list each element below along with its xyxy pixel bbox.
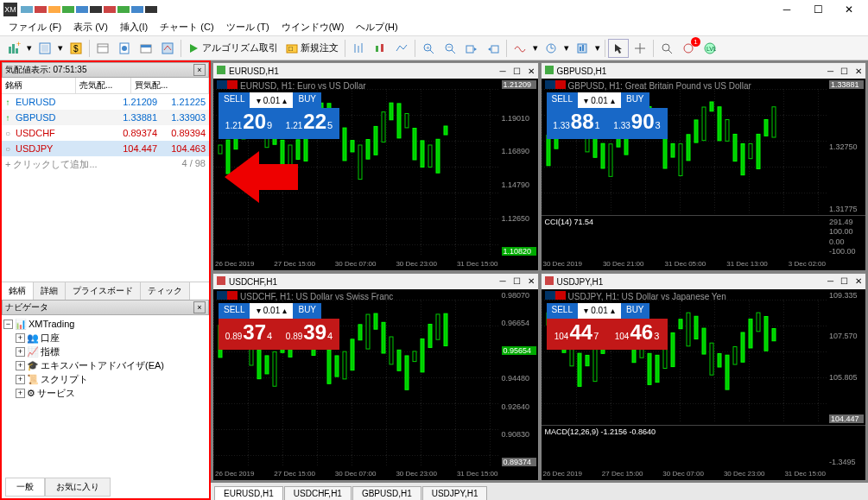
- tb-new-order-button[interactable]: □新規注文: [282, 40, 342, 56]
- mw-tab-price[interactable]: プライスボード: [66, 282, 141, 300]
- market-watch-row[interactable]: ○USDJPY104.447104.463: [2, 141, 209, 156]
- nav-tab-general[interactable]: 一般: [5, 478, 45, 497]
- lot-input[interactable]: ▾0.01▴: [250, 92, 293, 108]
- menu-chart[interactable]: チャート (C): [155, 19, 219, 35]
- chart-tab[interactable]: EURUSD,H1: [214, 486, 283, 500]
- sell-button[interactable]: 1.21209: [219, 108, 279, 139]
- mw-tab-detail[interactable]: 詳細: [34, 282, 66, 300]
- nav-tab-fav[interactable]: お気に入り: [45, 478, 111, 497]
- buy-button[interactable]: 0.89394: [279, 319, 339, 350]
- tb-dropdown-icon[interactable]: ▾: [25, 39, 34, 58]
- tb-zoom-out-icon[interactable]: −: [440, 39, 460, 58]
- expand-icon[interactable]: −: [3, 320, 13, 329]
- tb-zoom-in-icon[interactable]: +: [418, 39, 439, 58]
- window-maximize-button[interactable]: ☐: [802, 0, 833, 19]
- menu-view[interactable]: 表示 (V): [68, 19, 113, 35]
- chart-titlebar[interactable]: GBPUSD,H1 ─☐✕: [542, 63, 866, 79]
- market-watch-row[interactable]: ↑GBPUSD1.338811.33903: [2, 110, 209, 125]
- chart-tab[interactable]: USDCHF,H1: [284, 486, 352, 500]
- tb-dropdown3-icon[interactable]: ▾: [531, 39, 540, 58]
- nav-root[interactable]: −📊XMTrading: [3, 317, 207, 331]
- chart-titlebar[interactable]: USDCHF,H1 ─☐✕: [213, 274, 538, 289]
- nav-item[interactable]: +📈指標: [16, 345, 207, 358]
- tb-algo-trading-button[interactable]: アルゴリズム取引: [184, 40, 282, 56]
- tb-line-chart-icon[interactable]: [391, 39, 412, 58]
- tb-profiles-icon[interactable]: [35, 39, 55, 58]
- tb-search-icon[interactable]: [656, 39, 677, 58]
- buy-button[interactable]: 1.21225: [279, 108, 339, 139]
- col-bid[interactable]: 売気配...: [76, 78, 131, 93]
- chart-titlebar[interactable]: EURUSD,H1 ─☐✕: [213, 63, 538, 79]
- tb-cursor-icon[interactable]: [608, 39, 629, 58]
- nav-item[interactable]: +📜スクリプト: [16, 372, 207, 386]
- menu-insert[interactable]: 挿入(I): [115, 19, 153, 35]
- market-watch-row[interactable]: ○USDCHF0.893740.89394: [2, 125, 209, 141]
- tb-chart-shift-icon[interactable]: [483, 39, 504, 58]
- window-minimize-button[interactable]: ─: [771, 0, 802, 19]
- navigator-close-icon[interactable]: ×: [193, 301, 206, 313]
- chart-body[interactable]: USDCHF, H1: US Dollar vs Swiss Franc SEL…: [213, 289, 538, 481]
- lot-input[interactable]: ▾0.01▴: [250, 303, 293, 319]
- chart-max-icon[interactable]: ☐: [840, 276, 848, 286]
- lot-input[interactable]: ▾0.01▴: [578, 303, 621, 319]
- chart-close-icon[interactable]: ✕: [528, 276, 535, 286]
- expand-icon[interactable]: +: [16, 361, 25, 370]
- menu-help[interactable]: ヘルプ(H): [351, 19, 402, 35]
- sell-button[interactable]: 104447: [547, 319, 607, 350]
- menu-file[interactable]: ファイル (F): [3, 19, 67, 35]
- tb-bar-chart-icon[interactable]: [348, 39, 369, 58]
- mw-tab-tick[interactable]: ティック: [141, 282, 190, 300]
- nav-item[interactable]: +👥口座: [16, 331, 207, 345]
- tb-notification-icon[interactable]: [678, 39, 699, 58]
- col-ask[interactable]: 買気配...: [131, 78, 209, 93]
- window-close-button[interactable]: ✕: [833, 0, 865, 19]
- chart-max-icon[interactable]: ☐: [840, 66, 848, 76]
- chart-titlebar[interactable]: USDJPY,H1 ─☐✕: [542, 274, 866, 289]
- chart-close-icon[interactable]: ✕: [855, 276, 862, 286]
- col-symbol[interactable]: 銘柄: [2, 78, 76, 93]
- market-watch-close-icon[interactable]: ×: [193, 64, 206, 76]
- chart-tab[interactable]: USDJPY,H1: [422, 486, 488, 500]
- tb-dropdown5-icon[interactable]: ▾: [593, 39, 602, 58]
- chart-max-icon[interactable]: ☐: [513, 66, 521, 76]
- tb-new-chart-icon[interactable]: +: [3, 39, 24, 58]
- nav-item[interactable]: +⚙サービス: [16, 386, 207, 400]
- menu-tool[interactable]: ツール (T): [221, 19, 275, 35]
- chart-body[interactable]: GBPUSD, H1: Great Britain Pound vs US Do…: [542, 79, 866, 270]
- tb-market-watch-icon[interactable]: $: [66, 39, 86, 58]
- chart-min-icon[interactable]: ─: [499, 66, 505, 76]
- chart-close-icon[interactable]: ✕: [855, 66, 862, 76]
- tb-templates-icon[interactable]: [572, 39, 592, 58]
- lot-input[interactable]: ▾0.01▴: [578, 92, 621, 108]
- mw-tab-symbol[interactable]: 銘柄: [2, 282, 34, 300]
- tb-level-icon[interactable]: LVL: [700, 39, 720, 58]
- tb-indicators-icon[interactable]: [510, 39, 530, 58]
- chart-min-icon[interactable]: ─: [827, 276, 833, 286]
- tb-periods-icon[interactable]: [541, 39, 561, 58]
- sell-button[interactable]: 1.33881: [547, 108, 607, 139]
- buy-button[interactable]: 1.33903: [607, 108, 668, 139]
- chart-body[interactable]: USDJPY, H1: US Dollar vs Japanese Yen SE…: [542, 289, 866, 481]
- expand-icon[interactable]: +: [16, 333, 25, 343]
- chart-tab[interactable]: GBPUSD,H1: [352, 486, 421, 500]
- market-watch-row[interactable]: ↑EURUSD1.212091.21225: [2, 94, 209, 110]
- tb-auto-scroll-icon[interactable]: [461, 39, 482, 58]
- expand-icon[interactable]: +: [16, 375, 25, 384]
- buy-button[interactable]: 104463: [607, 319, 668, 350]
- chart-min-icon[interactable]: ─: [827, 66, 833, 76]
- tb-navigator-icon[interactable]: [114, 39, 135, 58]
- chart-close-icon[interactable]: ✕: [528, 66, 535, 76]
- market-watch-add-row[interactable]: + クリックして追加... 4 / 98: [2, 156, 209, 173]
- nav-item[interactable]: +🎓エキスパートアドバイザ(EA): [16, 358, 207, 372]
- tb-candle-chart-icon[interactable]: [370, 39, 390, 58]
- tb-dropdown4-icon[interactable]: ▾: [562, 39, 571, 58]
- expand-icon[interactable]: +: [16, 389, 25, 398]
- menu-window[interactable]: ウインドウ(W): [276, 19, 350, 35]
- chart-max-icon[interactable]: ☐: [513, 276, 521, 286]
- tb-terminal-icon[interactable]: [136, 39, 156, 58]
- expand-icon[interactable]: +: [16, 347, 25, 357]
- tb-data-window-icon[interactable]: [92, 39, 113, 58]
- chart-min-icon[interactable]: ─: [499, 276, 505, 286]
- tb-dropdown2-icon[interactable]: ▾: [56, 39, 65, 58]
- tb-strategy-tester-icon[interactable]: [157, 39, 178, 58]
